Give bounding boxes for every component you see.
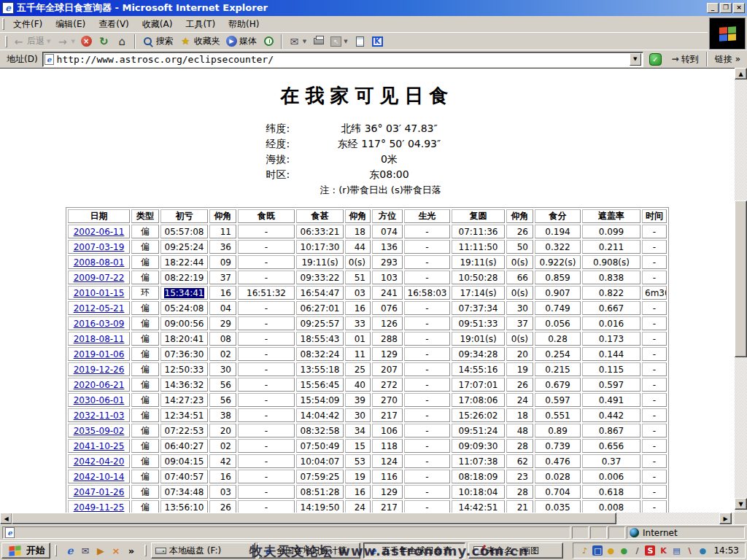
- table-cell: 10:17:30: [296, 240, 344, 254]
- toolbar-grip[interactable]: [5, 36, 7, 47]
- date-link[interactable]: 2009-07-22: [74, 273, 125, 283]
- date-link[interactable]: 2010-01-15: [74, 288, 125, 298]
- minimize-button[interactable]: _: [707, 3, 719, 13]
- menu-file[interactable]: 文件(F): [7, 16, 49, 33]
- date-link[interactable]: 2019-12-26: [74, 365, 125, 375]
- msn-icon[interactable]: ×: [110, 545, 122, 556]
- media-button[interactable]: ▶ 媒体: [223, 34, 260, 50]
- date-link[interactable]: 2019-01-06: [74, 349, 125, 359]
- task-button-area: 本地磁盘 (F:)e全国各地日食计算e五千年全球日食查未命名 - 画图: [151, 542, 563, 559]
- globe-tray-icon[interactable]: ●: [697, 545, 708, 556]
- date-link[interactable]: 2016-03-09: [74, 319, 125, 329]
- back-button[interactable]: ← 后退 ▼: [9, 34, 53, 50]
- taskbar-grip[interactable]: [144, 545, 147, 556]
- scroll-left-button[interactable]: ◀: [0, 513, 12, 524]
- menu-edit[interactable]: 编辑(E): [49, 16, 92, 33]
- start-button[interactable]: 开始: [1, 542, 50, 559]
- scroll-up-button[interactable]: ▲: [735, 68, 747, 79]
- table-cell: 124: [372, 454, 403, 468]
- kingsoft-icon[interactable]: K: [658, 545, 668, 556]
- flashget-button[interactable]: K: [369, 34, 386, 50]
- resize-button[interactable]: ↖ ▼: [328, 34, 350, 50]
- table-cell: 07:37:34: [452, 301, 505, 315]
- home-button[interactable]: ⌂: [113, 34, 131, 50]
- media-player-icon[interactable]: ▶: [95, 545, 107, 556]
- table-cell: 08:32:58: [296, 424, 344, 438]
- refresh-button[interactable]: ↻: [95, 34, 113, 50]
- table-cell: 10:04:07: [296, 454, 344, 468]
- brush-icon[interactable]: \: [684, 545, 694, 556]
- scroll-down-button[interactable]: ▼: [735, 498, 747, 510]
- date-link[interactable]: 2042-10-14: [74, 472, 125, 482]
- network-icon[interactable]: □: [592, 545, 603, 556]
- column-header: 食甚: [296, 209, 344, 223]
- date-link[interactable]: 2049-11-25: [74, 502, 125, 513]
- print-button[interactable]: [309, 34, 328, 50]
- date-link[interactable]: 2030-06-01: [74, 395, 125, 405]
- table-cell: 14:27:23: [160, 393, 208, 407]
- address-dropdown-button[interactable]: ▼: [630, 53, 641, 66]
- favorites-button[interactable]: ★ 收藏夹: [177, 34, 223, 50]
- table-cell: 偏: [131, 332, 159, 346]
- vertical-scroll-thumb[interactable]: [735, 201, 747, 357]
- menu-help[interactable]: 帮助(H): [222, 16, 266, 33]
- address-input[interactable]: e http://www.astrosc.org/eclipsecounter/…: [42, 52, 643, 67]
- date-link[interactable]: 2047-01-26: [74, 487, 125, 497]
- date-link[interactable]: 2008-08-01: [74, 257, 125, 268]
- ie-quicklaunch-icon[interactable]: e: [64, 545, 76, 556]
- taskbar-grip[interactable]: [55, 545, 57, 556]
- date-link[interactable]: 2042-04-20: [74, 456, 125, 467]
- date-link[interactable]: 2035-09-02: [74, 426, 125, 436]
- search-button[interactable]: 搜索: [139, 34, 177, 50]
- sogou-icon[interactable]: S: [645, 545, 655, 556]
- history-button[interactable]: [260, 34, 278, 50]
- horizontal-scrollbar[interactable]: ◀ ▶: [0, 513, 735, 524]
- restore-button[interactable]: ❐: [720, 3, 732, 13]
- task-button-4[interactable]: 未命名 - 画图: [468, 542, 563, 559]
- table-cell: 50: [506, 240, 533, 254]
- pen-icon[interactable]: /: [632, 545, 642, 556]
- table-cell: -: [642, 301, 667, 315]
- table-cell: 偏: [131, 362, 159, 376]
- date-link[interactable]: 2020-06-21: [74, 380, 125, 390]
- task-button-label: 未命名 - 画图: [487, 545, 539, 557]
- scroll-right-button[interactable]: ▶: [719, 513, 732, 524]
- date-link[interactable]: 2012-05-21: [74, 303, 125, 314]
- table-cell: -: [404, 424, 450, 438]
- menu-tools[interactable]: 工具(T): [179, 16, 222, 33]
- table-cell: 10:18:04: [452, 485, 505, 499]
- mail-button[interactable]: ✉ ▼: [285, 34, 309, 50]
- table-cell: 偏: [131, 408, 159, 422]
- forward-button[interactable]: → ▼: [53, 34, 77, 50]
- task-button-1[interactable]: 本地磁盘 (F:): [151, 542, 255, 559]
- date-link[interactable]: 2041-10-25: [74, 441, 125, 451]
- date-link[interactable]: 2007-03-19: [74, 242, 125, 252]
- edit-button[interactable]: [351, 34, 369, 50]
- update-icon[interactable]: ●: [619, 545, 629, 556]
- links-bar[interactable]: 链接 »: [711, 53, 745, 66]
- outlook-express-icon[interactable]: ✉: [80, 545, 91, 556]
- table-cell: 09:00:56: [160, 316, 208, 330]
- date-link[interactable]: 2018-08-11: [74, 334, 125, 344]
- vertical-scrollbar[interactable]: ▲ ▼: [735, 68, 747, 513]
- volume-icon[interactable]: ♪: [579, 545, 589, 556]
- stop-button[interactable]: ×: [78, 34, 95, 50]
- horizontal-scroll-thumb[interactable]: [12, 513, 616, 524]
- table-cell: 270: [372, 393, 403, 407]
- antivirus-icon[interactable]: ●: [605, 545, 616, 556]
- monitor-icon[interactable]: ▤: [671, 545, 681, 556]
- antivirus-shield-icon[interactable]: ✓: [649, 53, 662, 66]
- date-link[interactable]: 2002-06-11: [74, 227, 125, 237]
- menu-view[interactable]: 查看(V): [92, 16, 136, 33]
- table-cell: 19:01(s): [452, 332, 505, 346]
- menu-favorites[interactable]: 收藏(A): [136, 16, 179, 33]
- quicklaunch-chevron[interactable]: »: [125, 545, 137, 556]
- task-button-2[interactable]: e全国各地日食计算: [258, 542, 360, 559]
- table-cell: 56: [209, 393, 236, 407]
- table-row: 2019-12-26偏12:50:3330-13:55:1825207-14:5…: [68, 362, 667, 376]
- menu-grip[interactable]: [2, 18, 4, 30]
- go-button[interactable]: → 转到: [667, 53, 703, 66]
- date-link[interactable]: 2032-11-03: [74, 411, 125, 421]
- close-button[interactable]: ×: [733, 3, 745, 13]
- task-button-3[interactable]: e五千年全球日食查: [363, 542, 465, 559]
